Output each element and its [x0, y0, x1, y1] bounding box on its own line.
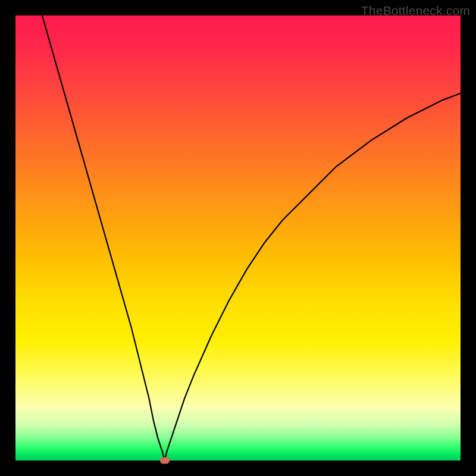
- plot-area: [15, 15, 461, 461]
- watermark-text: TheBottleneck.com: [361, 4, 470, 18]
- minimum-marker: [160, 458, 170, 464]
- bottleneck-curve: [15, 15, 461, 461]
